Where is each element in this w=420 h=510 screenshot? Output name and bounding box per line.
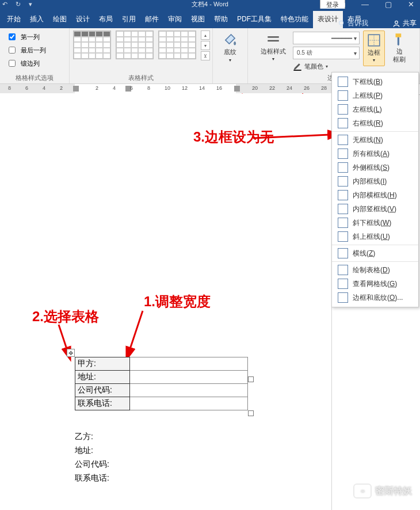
minimize-icon[interactable]: — (361, 0, 369, 9)
table-cell-label[interactable]: 地址: (75, 371, 130, 384)
doc-line[interactable]: 公司代码: (75, 457, 109, 471)
tab-布局[interactable]: 布局 (94, 11, 117, 28)
watermark: •• 密斯特妖 (353, 484, 412, 498)
redo-icon[interactable]: ↻ (16, 0, 21, 9)
tab-PDF工具集[interactable]: PDF工具集 (232, 11, 276, 28)
dropdown-item-内部竖框线[interactable]: 内部竖框线(V) (332, 202, 418, 216)
opt-last-col-label: 最后一列 (21, 46, 46, 55)
resize-handle-icon[interactable] (248, 410, 254, 416)
dropdown-item-边框和底纹[interactable]: 边框和底纹(O)... (332, 291, 418, 305)
pen-color-button[interactable]: 笔颜色▾ (293, 62, 360, 71)
svg-line-11 (130, 311, 143, 349)
dropdown-item-斜上框线[interactable]: 斜上框线(U) (332, 230, 418, 243)
table-cell-label[interactable]: 甲方: (75, 357, 130, 371)
dropdown-item-label: 斜上框线(U) (353, 232, 390, 242)
tab-绘图[interactable]: 绘图 (48, 11, 71, 28)
tab-stop-icon[interactable] (234, 86, 240, 92)
table-cell-value[interactable] (130, 384, 248, 397)
dropdown-item-绘制表格[interactable]: 绘制表格(D) (332, 261, 418, 277)
more-icon[interactable]: ⊻ (201, 51, 210, 60)
group-style-options: 第一列 最后一列 镶边列 格格样式选项 (0, 28, 70, 83)
table-cell-value[interactable] (130, 357, 248, 371)
chevron-down-icon: ▾ (229, 58, 231, 63)
maximize-icon[interactable]: ▢ (385, 0, 392, 9)
dropdown-item-查看网格线[interactable]: 查看网格线(G) (332, 277, 418, 291)
pen-color-label: 笔颜色 (304, 62, 323, 71)
up-icon[interactable]: ▴ (201, 31, 210, 40)
table-row[interactable]: 甲方: (75, 357, 248, 371)
tab-邮件[interactable]: 邮件 (140, 11, 163, 28)
dropdown-item-label: 外侧框线(S) (353, 163, 390, 173)
tab-特色功能[interactable]: 特色功能 (276, 11, 313, 28)
opt-first-col[interactable]: 第一列 (6, 32, 63, 42)
borders-button[interactable]: 边框 ▾ (363, 31, 385, 66)
border-style-button[interactable]: 边框样式 ▾ (257, 31, 289, 64)
table-cell-label[interactable]: 公司代码: (75, 384, 130, 397)
table-style-thumb[interactable] (73, 31, 111, 59)
tab-设计[interactable]: 设计 (71, 11, 94, 28)
tab-开始[interactable]: 开始 (2, 11, 25, 28)
checkbox-banded-col[interactable] (9, 60, 16, 67)
table-cell-value[interactable] (130, 371, 248, 384)
chevron-down-icon: ▾ (373, 57, 375, 64)
tab-视图[interactable]: 视图 (186, 11, 209, 28)
border-width-select[interactable]: 0.5 磅▾ (293, 47, 360, 59)
tell-me[interactable]: 告诉我 (337, 18, 368, 28)
table-row[interactable]: 联系电话: (75, 397, 248, 410)
painter-label-2: 框刷 (393, 56, 406, 63)
ruler-number: 22 (269, 85, 275, 91)
opt-banded-col[interactable]: 镶边列 (6, 58, 63, 68)
table-row[interactable]: 公司代码: (75, 384, 248, 397)
dropdown-item-右框线[interactable]: 右框线(R) (332, 116, 418, 130)
opt-first-col-label: 第一列 (21, 33, 40, 41)
dropdown-item-上框线[interactable]: 上框线(P) (332, 89, 418, 102)
share-button[interactable]: 共享 (392, 18, 417, 28)
border-option-icon (338, 149, 348, 159)
table-cell-value[interactable] (130, 397, 248, 410)
tab-帮助[interactable]: 帮助 (209, 11, 232, 28)
dropdown-item-左框线[interactable]: 左框线(L) (332, 102, 418, 116)
undo-icon[interactable]: ↶ (2, 0, 7, 9)
border-option-icon (338, 90, 348, 101)
table-cell-label[interactable]: 联系电话: (75, 397, 130, 410)
down-icon[interactable]: ▾ (201, 41, 210, 50)
share-icon (392, 20, 400, 28)
dropdown-item-内部横框线[interactable]: 内部横框线(H) (332, 188, 418, 202)
border-option-icon (338, 77, 348, 87)
ruler-number: 10 (165, 85, 170, 91)
tab-引用[interactable]: 引用 (117, 11, 140, 28)
tab-插入[interactable]: 插入 (25, 11, 48, 28)
opt-last-col[interactable]: 最后一列 (6, 45, 63, 55)
gallery-scroll[interactable]: ▴▾⊻ (201, 31, 209, 60)
border-painter-button[interactable]: 边 框刷 (388, 31, 410, 64)
table-row[interactable]: 地址: (75, 371, 248, 384)
table-move-handle-icon[interactable]: ✥ (67, 349, 75, 357)
borders-dropdown: 下框线(B)上框线(P)左框线(L)右框线(R)无框线(N)所有框线(A)外侧框… (331, 72, 419, 307)
shading-button[interactable]: 底纹 ▾ (219, 31, 241, 64)
border-linestyle-select[interactable]: ━━━━━━ ▾ (293, 32, 360, 44)
dropdown-item-横线[interactable]: 横线(Z) (332, 245, 418, 260)
dropdown-item-无框线[interactable]: 无框线(N) (332, 131, 418, 147)
doc-table[interactable]: 甲方:地址:公司代码:联系电话: (75, 357, 248, 410)
group-shading: 底纹 ▾ (213, 28, 248, 83)
doc-line[interactable]: 联系电话: (75, 471, 109, 485)
dropdown-item-下框线[interactable]: 下框线(B) (332, 75, 418, 89)
doc-line[interactable]: 地址: (75, 443, 109, 457)
close-icon[interactable]: ✕ (408, 0, 414, 9)
checkbox-last-col[interactable] (9, 47, 16, 54)
dropdown-item-所有框线[interactable]: 所有框线(A) (332, 147, 418, 161)
ruler-number: 12 (182, 85, 188, 91)
ribbon-options-icon[interactable]: ⧉ (340, 0, 345, 9)
tab-stop-icon[interactable] (73, 86, 79, 92)
table-style-thumb[interactable] (158, 31, 196, 59)
checkbox-first-col[interactable] (9, 33, 16, 40)
table-style-thumb[interactable] (116, 31, 154, 59)
dropdown-item-外侧框线[interactable]: 外侧框线(S) (332, 161, 418, 174)
dropdown-item-label: 查看网格线(G) (353, 279, 397, 289)
dropdown-item-内部框线[interactable]: 内部框线(I) (332, 174, 418, 188)
resize-handle-icon[interactable] (248, 376, 254, 382)
tab-审阅[interactable]: 审阅 (163, 11, 186, 28)
doc-line[interactable]: 乙方: (75, 429, 109, 443)
qat-dropdown-icon[interactable]: ▾ (29, 0, 32, 9)
dropdown-item-斜下框线[interactable]: 斜下框线(W) (332, 216, 418, 230)
